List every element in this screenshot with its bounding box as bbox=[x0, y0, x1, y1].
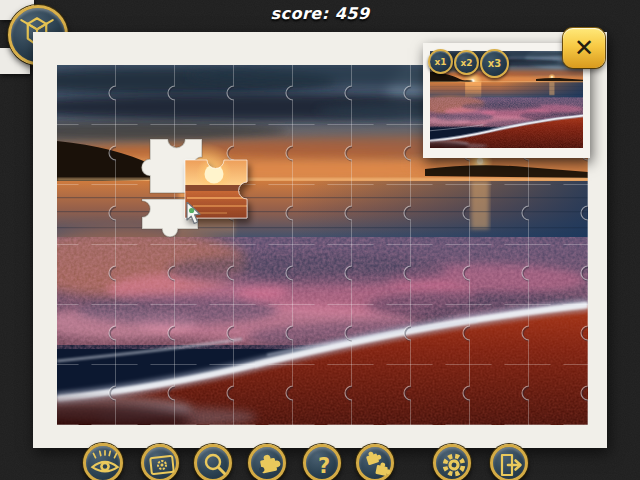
exit-door-icon bbox=[492, 446, 530, 480]
preview-zoom-x3-button[interactable]: x3 bbox=[480, 49, 509, 78]
preview-toggle-button[interactable] bbox=[83, 443, 123, 480]
magnify-button[interactable] bbox=[194, 444, 232, 480]
puzzle-pieces-icon bbox=[358, 446, 396, 480]
exit-button[interactable] bbox=[490, 444, 528, 480]
eye-icon bbox=[85, 445, 125, 480]
help-button[interactable]: ? bbox=[303, 444, 341, 480]
puzzle-piece-icon bbox=[250, 446, 288, 480]
preview-zoom-x1-button[interactable]: x1 bbox=[428, 49, 453, 74]
gear-icon bbox=[435, 446, 473, 480]
score-text: score: 459 bbox=[0, 4, 640, 23]
close-preview-button[interactable]: ✕ bbox=[563, 28, 605, 68]
image-settings-icon bbox=[143, 446, 181, 480]
close-icon: ✕ bbox=[574, 34, 594, 62]
settings-button[interactable] bbox=[433, 444, 471, 480]
preview-zoom-x2-button[interactable]: x2 bbox=[454, 50, 479, 75]
background-settings-button[interactable] bbox=[141, 444, 179, 480]
game-screen: score: 459 bbox=[0, 0, 640, 480]
sort-pieces-button[interactable] bbox=[356, 444, 394, 480]
magnifier-icon bbox=[196, 446, 234, 480]
question-icon: ? bbox=[318, 454, 330, 478]
hint-piece-button[interactable] bbox=[248, 444, 286, 480]
